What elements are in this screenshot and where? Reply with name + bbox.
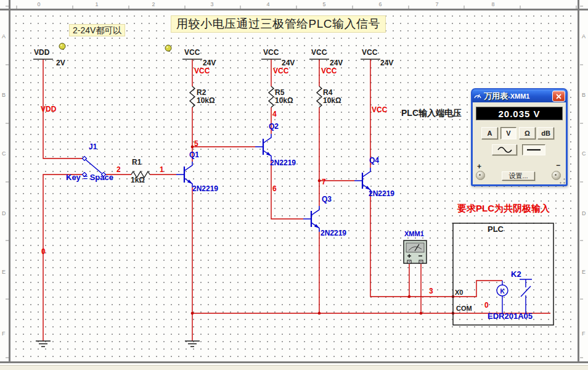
net-4[interactable]: 4 bbox=[272, 110, 277, 119]
j1-key-label[interactable]: Key = Space bbox=[66, 173, 113, 183]
range-note[interactable]: 2-24V都可以 bbox=[69, 24, 125, 36]
r2-value[interactable]: 10kΩ bbox=[197, 97, 215, 105]
q4-ref[interactable]: Q4 bbox=[369, 157, 379, 165]
q1-ref[interactable]: Q1 bbox=[189, 151, 199, 160]
ac-mode-button[interactable] bbox=[492, 144, 517, 155]
multimeter-window[interactable]: 万用表 -XMM1 20.035 V A V Ω dB + − 设 bbox=[471, 88, 568, 186]
r1-ref[interactable]: R1 bbox=[132, 158, 141, 167]
multimeter-instrument-icon[interactable] bbox=[404, 240, 427, 263]
switch-blade bbox=[86, 160, 102, 173]
xmm1-label[interactable]: XMM1 bbox=[404, 230, 424, 238]
multimeter-id: -XMM1 bbox=[508, 92, 529, 100]
resistor-r4 bbox=[317, 86, 322, 107]
transistor-q3[interactable] bbox=[303, 206, 319, 232]
relay-contact bbox=[520, 279, 532, 313]
multimeter-title: 万用表 bbox=[484, 91, 508, 102]
k2-part[interactable]: EDR201A05 bbox=[488, 312, 533, 321]
j1-ref[interactable]: J1 bbox=[89, 143, 97, 152]
plc-requirement-note[interactable]: 要求PLC为共阴极输入 bbox=[457, 203, 550, 213]
plc-voltage-note[interactable]: PLC输入端电压 bbox=[401, 108, 462, 118]
db-mode-button[interactable]: dB bbox=[537, 127, 554, 139]
x0-pin-label[interactable]: X0 bbox=[455, 289, 463, 297]
com-pin-label[interactable]: COM bbox=[456, 305, 472, 313]
dc-line-icon bbox=[526, 147, 541, 152]
vdd-net-label[interactable]: VDD bbox=[41, 105, 56, 114]
plus-sign: + bbox=[477, 162, 481, 171]
positive-terminal[interactable] bbox=[476, 171, 485, 180]
q4-part[interactable]: 2N2219 bbox=[369, 190, 394, 199]
relay-k2[interactable]: K bbox=[497, 279, 532, 313]
transistor-q2[interactable] bbox=[255, 134, 271, 160]
q3-ref[interactable]: Q3 bbox=[322, 195, 332, 204]
multimeter-window-icon bbox=[473, 92, 482, 101]
q3-part[interactable]: 2N2219 bbox=[321, 229, 346, 238]
r4-value[interactable]: 10kΩ bbox=[323, 97, 341, 105]
multisim-workspace: 012345678ABCDEFABCDEF bbox=[0, 0, 588, 370]
r5-value[interactable]: 10kΩ bbox=[275, 97, 293, 105]
plc-box-label[interactable]: PLC bbox=[488, 225, 504, 234]
settings-button[interactable]: 设置... bbox=[502, 171, 535, 181]
wire-switch-to-ground bbox=[43, 175, 84, 341]
ohm-mode-button[interactable]: Ω bbox=[519, 127, 536, 139]
net-2[interactable]: 2 bbox=[116, 166, 121, 175]
close-button[interactable] bbox=[552, 91, 565, 102]
net-0-left[interactable]: 0 bbox=[41, 248, 46, 257]
vcc-net-label-2[interactable]: VCC bbox=[273, 67, 288, 76]
resize-grip[interactable] bbox=[560, 178, 565, 184]
net-1[interactable]: 1 bbox=[160, 166, 164, 175]
q2-part[interactable]: 2N2219 bbox=[270, 159, 296, 168]
vdd-value[interactable]: 2V bbox=[56, 59, 65, 68]
resistor-r2 bbox=[190, 86, 195, 107]
grounds[interactable] bbox=[36, 341, 200, 347]
net-3[interactable]: 3 bbox=[429, 287, 433, 296]
multimeter-titlebar[interactable]: 万用表 -XMM1 bbox=[472, 89, 566, 102]
minus-sign: − bbox=[556, 161, 560, 170]
net-7[interactable]: 7 bbox=[322, 178, 326, 187]
vcc4-value[interactable]: 24V bbox=[380, 59, 393, 68]
close-icon bbox=[556, 94, 561, 99]
volt-mode-button[interactable]: V bbox=[500, 127, 517, 139]
vcc4-part-label[interactable]: VCC bbox=[362, 49, 377, 57]
relay-coil-letter: K bbox=[500, 288, 505, 295]
transistor-q1[interactable] bbox=[176, 162, 192, 187]
ground-2 bbox=[185, 341, 200, 347]
k2-ref[interactable]: K2 bbox=[511, 270, 521, 279]
vcc-net-label-3[interactable]: VCC bbox=[321, 67, 337, 76]
title-note[interactable]: 用较小电压通过三极管给PLC输入信号 bbox=[171, 15, 386, 33]
vdd-part-label[interactable]: VDD bbox=[34, 49, 49, 57]
multimeter-reading: 20.035 V bbox=[476, 107, 563, 120]
dc-mode-button[interactable] bbox=[522, 144, 545, 155]
vcc2-part-label[interactable]: VCC bbox=[263, 49, 279, 57]
vcc3-part-label[interactable]: VCC bbox=[311, 49, 327, 57]
sine-wave-icon bbox=[497, 147, 512, 153]
pushpin-icon-1[interactable] bbox=[59, 43, 65, 50]
net-6[interactable]: 6 bbox=[272, 185, 277, 194]
vcc-net-label-1[interactable]: VCC bbox=[194, 67, 210, 76]
pushpin-icon-2[interactable] bbox=[165, 45, 171, 52]
vcc-net-label-4[interactable]: VCC bbox=[372, 106, 387, 115]
net-0-com[interactable]: 0 bbox=[484, 302, 489, 310]
q1-part[interactable]: 2N2219 bbox=[192, 185, 218, 194]
ampere-mode-button[interactable]: A bbox=[481, 127, 498, 139]
ground-1 bbox=[36, 341, 51, 347]
net-5[interactable]: 5 bbox=[194, 140, 198, 149]
resistor-r5 bbox=[269, 86, 274, 107]
vcc1-part-label[interactable]: VCC bbox=[184, 49, 200, 57]
q2-ref[interactable]: Q2 bbox=[269, 123, 279, 131]
r1-value[interactable]: 1kΩ bbox=[131, 176, 145, 185]
